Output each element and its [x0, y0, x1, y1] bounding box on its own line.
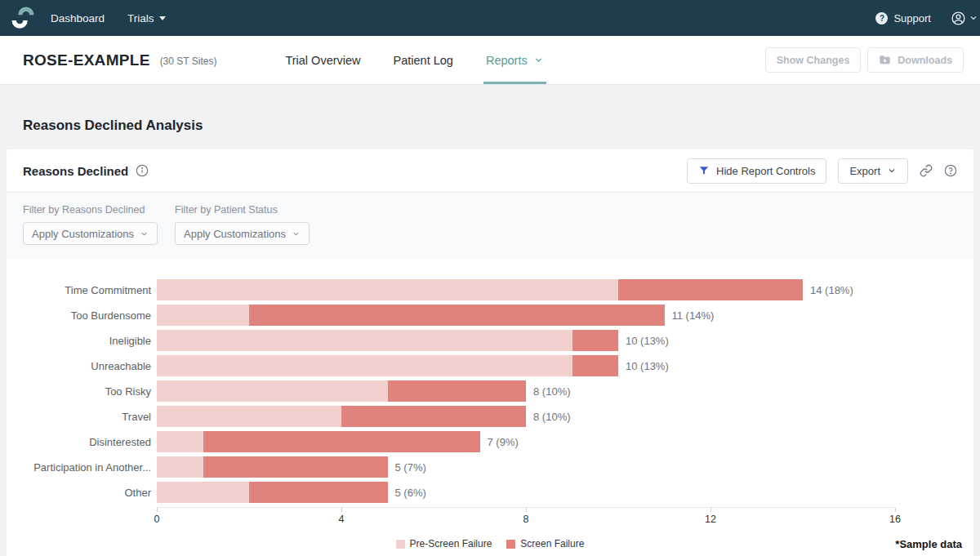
support-link[interactable]: ? Support: [875, 12, 931, 24]
chevron-down-icon: [140, 229, 149, 238]
site-count: (30 ST Sites): [160, 56, 217, 67]
show-changes-button[interactable]: Show Changes: [765, 47, 862, 73]
tab-label: Trial Overview: [285, 54, 360, 67]
bar-track: 5 (6%): [157, 482, 895, 503]
bar-track: 10 (13%): [157, 330, 895, 351]
app-logo[interactable]: [8, 3, 38, 33]
downloads-label: Downloads: [898, 55, 952, 66]
trial-header-actions: Show Changes Downloads: [765, 36, 980, 84]
legend-swatch: [506, 540, 515, 549]
filter-group-patient-status: Filter by Patient Status Apply Customiza…: [175, 204, 310, 245]
chevron-down-icon: [969, 13, 978, 23]
category-label: Too Risky: [7, 385, 157, 398]
category-label: Time Commitment: [7, 284, 157, 296]
x-tick-label: 4: [339, 514, 345, 525]
bar-segment-screen-failure[interactable]: [388, 380, 527, 402]
tab-patient-log[interactable]: Patient Log: [394, 36, 453, 84]
bar-track: 8 (10%): [157, 380, 895, 402]
x-tick-label: 12: [705, 514, 716, 525]
bar-value-label: 5 (6%): [395, 487, 426, 499]
show-changes-label: Show Changes: [777, 55, 850, 66]
tab-label: Reports: [486, 54, 528, 67]
x-tick-label: 16: [889, 514, 901, 525]
hide-report-controls-button[interactable]: Hide Report Controls: [687, 158, 826, 184]
report-controls: Hide Report Controls Export: [687, 158, 957, 184]
legend-label: Screen Failure: [520, 538, 584, 549]
nav-trials[interactable]: Trials: [127, 12, 166, 24]
chart-row: Time Commitment14 (18%): [7, 279, 973, 300]
bar-segment-pre-screen-failure[interactable]: [157, 406, 341, 427]
report-title: Reasons Declined: [23, 164, 128, 178]
x-tick-mark: [895, 508, 896, 512]
top-navbar: Dashboard Trials ? Support: [0, 0, 980, 36]
filter-label: Filter by Reasons Declined: [23, 204, 158, 216]
bar-track: 11 (14%): [157, 305, 895, 326]
bar-track: 5 (7%): [157, 456, 895, 478]
chart-legend: Pre-Screen FailureScreen Failure: [7, 538, 973, 549]
nav-dashboard[interactable]: Dashboard: [51, 12, 105, 24]
report-filter-band: Filter by Reasons Declined Apply Customi…: [7, 193, 973, 259]
main-nav: Dashboard Trials: [51, 12, 166, 24]
bar-value-label: 10 (13%): [626, 360, 669, 372]
bar-segment-pre-screen-failure[interactable]: [157, 330, 572, 351]
chevron-down-icon: [533, 55, 544, 65]
bar-segment-pre-screen-failure[interactable]: [157, 279, 618, 300]
chart-row: Ineligible10 (13%): [7, 330, 973, 351]
bar-segment-pre-screen-failure[interactable]: [157, 305, 249, 326]
report-card: Reasons Declined Hide Report Controls Ex…: [7, 149, 973, 556]
bar-segment-pre-screen-failure[interactable]: [157, 456, 203, 478]
bar-value-label: 5 (7%): [395, 461, 426, 474]
chart-row: Travel8 (10%): [7, 406, 973, 427]
bar-segment-pre-screen-failure[interactable]: [157, 355, 572, 376]
account-menu[interactable]: [951, 11, 978, 26]
bar-segment-pre-screen-failure[interactable]: [157, 380, 388, 402]
help-icon[interactable]: [944, 164, 957, 177]
downloads-button[interactable]: Downloads: [867, 47, 964, 73]
page-title-section: Reasons Declined Analysis: [0, 85, 980, 149]
hide-report-controls-label: Hide Report Controls: [716, 165, 815, 177]
export-label: Export: [849, 165, 880, 177]
bar-segment-screen-failure[interactable]: [341, 406, 526, 427]
caret-down-icon: [159, 16, 166, 20]
bar-segment-screen-failure[interactable]: [203, 456, 388, 478]
support-label: Support: [893, 12, 931, 24]
chevron-down-icon: [887, 166, 897, 176]
bar-segment-pre-screen-failure[interactable]: [157, 482, 249, 503]
filter-funnel-icon: [698, 165, 710, 176]
category-label: Disinterested: [7, 436, 157, 448]
bar-value-label: 14 (18%): [810, 284, 853, 296]
info-icon[interactable]: [136, 164, 149, 177]
bar-track: 14 (18%): [157, 279, 895, 300]
category-label: Too Burdensome: [7, 309, 157, 322]
chart-row: Participation in Another...5 (7%): [7, 456, 973, 478]
bar-segment-screen-failure[interactable]: [618, 279, 803, 300]
page-title: Reasons Declined Analysis: [23, 118, 957, 134]
bar-segment-screen-failure[interactable]: [249, 482, 388, 503]
bar-segment-screen-failure[interactable]: [249, 305, 665, 326]
bar-segment-screen-failure[interactable]: [572, 355, 619, 376]
bar-track: 7 (9%): [157, 431, 895, 452]
chevron-down-icon: [292, 229, 301, 238]
legend-swatch: [396, 540, 405, 549]
x-tick-label: 0: [154, 514, 160, 525]
bar-segment-screen-failure[interactable]: [572, 330, 619, 351]
share-link-icon[interactable]: [920, 164, 933, 177]
bar-segment-pre-screen-failure[interactable]: [157, 431, 203, 452]
bar-value-label: 11 (14%): [672, 309, 715, 322]
trial-name: ROSE-EXAMPLE: [23, 51, 150, 69]
chart-row: Unreachable10 (13%): [7, 355, 973, 376]
dropdown-value: Apply Customizations: [32, 228, 134, 240]
question-circle-icon: ?: [875, 12, 888, 24]
tab-trial-overview[interactable]: Trial Overview: [285, 36, 360, 84]
x-tick-label: 8: [523, 514, 529, 525]
dropdown-value: Apply Customizations: [184, 228, 286, 240]
tab-reports[interactable]: Reports: [486, 36, 544, 84]
export-button[interactable]: Export: [838, 158, 908, 184]
patient-status-filter-dropdown[interactable]: Apply Customizations: [175, 222, 310, 245]
bar-value-label: 10 (13%): [626, 335, 669, 347]
legend-label: Pre-Screen Failure: [410, 538, 492, 549]
reasons-declined-filter-dropdown[interactable]: Apply Customizations: [23, 222, 158, 245]
category-label: Participation in Another...: [7, 461, 157, 474]
bar-value-label: 7 (9%): [488, 436, 519, 448]
bar-segment-screen-failure[interactable]: [203, 431, 480, 452]
